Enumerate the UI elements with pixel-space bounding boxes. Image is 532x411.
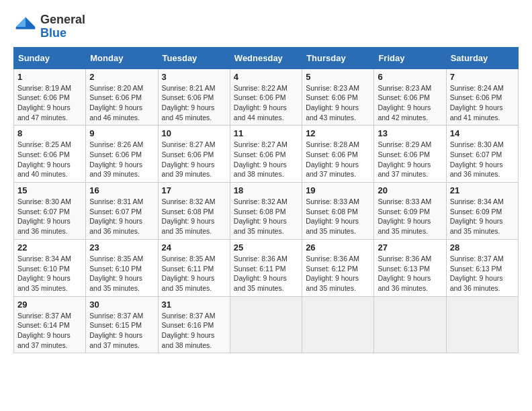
- logo-text: General Blue: [40, 13, 85, 40]
- day-info: Sunrise: 8:37 AMSunset: 6:14 PMDaylight:…: [17, 311, 82, 351]
- calendar-cell: 24Sunrise: 8:35 AMSunset: 6:11 PMDayligh…: [158, 239, 230, 296]
- day-number: 2: [89, 72, 154, 82]
- week-row-1: 1Sunrise: 8:19 AMSunset: 6:06 PMDaylight…: [14, 68, 519, 126]
- page-header: General Blue: [13, 13, 519, 40]
- day-info: Sunrise: 8:33 AMSunset: 6:09 PMDaylight:…: [378, 197, 442, 236]
- weekday-wednesday: Wednesday: [230, 47, 302, 68]
- day-info: Sunrise: 8:36 AMSunset: 6:12 PMDaylight:…: [306, 254, 370, 293]
- calendar-cell: [446, 296, 518, 353]
- day-info: Sunrise: 8:36 AMSunset: 6:13 PMDaylight:…: [378, 254, 442, 293]
- day-info: Sunrise: 8:30 AMSunset: 6:07 PMDaylight:…: [17, 197, 82, 236]
- calendar-cell: 23Sunrise: 8:35 AMSunset: 6:10 PMDayligh…: [86, 239, 158, 296]
- day-info: Sunrise: 8:37 AMSunset: 6:16 PMDaylight:…: [162, 311, 226, 351]
- calendar-cell: 21Sunrise: 8:34 AMSunset: 6:09 PMDayligh…: [446, 183, 518, 240]
- calendar-cell: [302, 296, 374, 353]
- day-info: Sunrise: 8:24 AMSunset: 6:06 PMDaylight:…: [450, 83, 515, 123]
- svg-rect-2: [16, 27, 36, 30]
- day-info: Sunrise: 8:25 AMSunset: 6:06 PMDaylight:…: [17, 140, 82, 179]
- day-number: 26: [306, 242, 370, 253]
- logo-icon: [13, 15, 38, 39]
- calendar-cell: 25Sunrise: 8:36 AMSunset: 6:11 PMDayligh…: [230, 239, 302, 296]
- day-number: 24: [162, 242, 226, 253]
- day-info: Sunrise: 8:31 AMSunset: 6:07 PMDaylight:…: [89, 197, 154, 236]
- calendar-cell: 17Sunrise: 8:32 AMSunset: 6:08 PMDayligh…: [158, 183, 230, 240]
- weekday-tuesday: Tuesday: [158, 47, 230, 68]
- weekday-thursday: Thursday: [302, 47, 374, 68]
- day-info: Sunrise: 8:37 AMSunset: 6:15 PMDaylight:…: [89, 311, 154, 351]
- day-number: 20: [378, 185, 442, 195]
- day-info: Sunrise: 8:36 AMSunset: 6:11 PMDaylight:…: [234, 254, 298, 293]
- week-row-2: 8Sunrise: 8:25 AMSunset: 6:06 PMDaylight…: [14, 126, 519, 183]
- calendar-cell: 14Sunrise: 8:30 AMSunset: 6:07 PMDayligh…: [446, 126, 518, 183]
- calendar-cell: 16Sunrise: 8:31 AMSunset: 6:07 PMDayligh…: [86, 183, 158, 240]
- day-number: 11: [234, 128, 298, 138]
- calendar-cell: 22Sunrise: 8:34 AMSunset: 6:10 PMDayligh…: [14, 239, 86, 296]
- calendar-cell: 1Sunrise: 8:19 AMSunset: 6:06 PMDaylight…: [14, 68, 86, 126]
- calendar-cell: 9Sunrise: 8:26 AMSunset: 6:06 PMDaylight…: [86, 126, 158, 183]
- day-info: Sunrise: 8:23 AMSunset: 6:06 PMDaylight:…: [306, 83, 370, 123]
- day-info: Sunrise: 8:34 AMSunset: 6:10 PMDaylight:…: [17, 254, 82, 293]
- calendar-cell: [374, 296, 446, 353]
- day-number: 7: [450, 72, 515, 82]
- day-number: 18: [234, 185, 298, 195]
- svg-marker-0: [26, 17, 35, 26]
- week-row-3: 15Sunrise: 8:30 AMSunset: 6:07 PMDayligh…: [14, 183, 519, 240]
- day-number: 5: [306, 72, 370, 82]
- day-info: Sunrise: 8:19 AMSunset: 6:06 PMDaylight:…: [17, 83, 82, 123]
- day-info: Sunrise: 8:30 AMSunset: 6:07 PMDaylight:…: [450, 140, 515, 179]
- calendar-cell: 18Sunrise: 8:32 AMSunset: 6:08 PMDayligh…: [230, 183, 302, 240]
- calendar-cell: 20Sunrise: 8:33 AMSunset: 6:09 PMDayligh…: [374, 183, 446, 240]
- day-number: 22: [17, 242, 82, 253]
- svg-marker-1: [16, 17, 26, 26]
- day-number: 17: [162, 185, 226, 195]
- day-number: 21: [450, 185, 515, 195]
- calendar-cell: 29Sunrise: 8:37 AMSunset: 6:14 PMDayligh…: [14, 296, 86, 353]
- logo: General Blue: [13, 13, 85, 40]
- calendar-cell: 15Sunrise: 8:30 AMSunset: 6:07 PMDayligh…: [14, 183, 86, 240]
- calendar-cell: 30Sunrise: 8:37 AMSunset: 6:15 PMDayligh…: [86, 296, 158, 353]
- day-info: Sunrise: 8:33 AMSunset: 6:08 PMDaylight:…: [306, 197, 370, 236]
- calendar-cell: 5Sunrise: 8:23 AMSunset: 6:06 PMDaylight…: [302, 68, 374, 126]
- day-info: Sunrise: 8:21 AMSunset: 6:06 PMDaylight:…: [162, 83, 226, 123]
- day-info: Sunrise: 8:32 AMSunset: 6:08 PMDaylight:…: [162, 197, 226, 236]
- day-info: Sunrise: 8:35 AMSunset: 6:11 PMDaylight:…: [162, 254, 226, 293]
- calendar-cell: 2Sunrise: 8:20 AMSunset: 6:06 PMDaylight…: [86, 68, 158, 126]
- logo-blue: Blue: [40, 27, 85, 40]
- day-number: 12: [306, 128, 370, 138]
- week-row-4: 22Sunrise: 8:34 AMSunset: 6:10 PMDayligh…: [14, 239, 519, 296]
- day-number: 9: [89, 128, 154, 138]
- calendar-cell: 13Sunrise: 8:29 AMSunset: 6:06 PMDayligh…: [374, 126, 446, 183]
- calendar-cell: 10Sunrise: 8:27 AMSunset: 6:06 PMDayligh…: [158, 126, 230, 183]
- week-row-5: 29Sunrise: 8:37 AMSunset: 6:14 PMDayligh…: [14, 296, 519, 353]
- weekday-monday: Monday: [86, 47, 158, 68]
- day-number: 27: [378, 242, 442, 253]
- calendar-cell: 26Sunrise: 8:36 AMSunset: 6:12 PMDayligh…: [302, 239, 374, 296]
- day-number: 25: [234, 242, 298, 253]
- calendar-cell: 31Sunrise: 8:37 AMSunset: 6:16 PMDayligh…: [158, 296, 230, 353]
- day-info: Sunrise: 8:32 AMSunset: 6:08 PMDaylight:…: [234, 197, 298, 236]
- day-number: 19: [306, 185, 370, 195]
- day-number: 30: [89, 300, 154, 310]
- weekday-saturday: Saturday: [446, 47, 518, 68]
- day-info: Sunrise: 8:26 AMSunset: 6:06 PMDaylight:…: [89, 140, 154, 179]
- calendar-cell: 3Sunrise: 8:21 AMSunset: 6:06 PMDaylight…: [158, 68, 230, 126]
- day-number: 10: [162, 128, 226, 138]
- day-info: Sunrise: 8:34 AMSunset: 6:09 PMDaylight:…: [450, 197, 515, 236]
- calendar-cell: 7Sunrise: 8:24 AMSunset: 6:06 PMDaylight…: [446, 68, 518, 126]
- calendar-cell: 4Sunrise: 8:22 AMSunset: 6:06 PMDaylight…: [230, 68, 302, 126]
- day-info: Sunrise: 8:37 AMSunset: 6:13 PMDaylight:…: [450, 254, 515, 293]
- day-info: Sunrise: 8:27 AMSunset: 6:06 PMDaylight:…: [162, 140, 226, 179]
- weekday-friday: Friday: [374, 47, 446, 68]
- weekday-sunday: Sunday: [14, 47, 86, 68]
- day-number: 28: [450, 242, 515, 253]
- day-number: 23: [89, 242, 154, 253]
- day-number: 6: [378, 72, 442, 82]
- day-number: 8: [17, 128, 82, 138]
- calendar-cell: 11Sunrise: 8:27 AMSunset: 6:06 PMDayligh…: [230, 126, 302, 183]
- day-number: 4: [234, 72, 298, 82]
- day-info: Sunrise: 8:23 AMSunset: 6:06 PMDaylight:…: [378, 83, 442, 123]
- calendar-cell: [230, 296, 302, 353]
- day-info: Sunrise: 8:29 AMSunset: 6:06 PMDaylight:…: [378, 140, 442, 179]
- day-number: 16: [89, 185, 154, 195]
- calendar-cell: 6Sunrise: 8:23 AMSunset: 6:06 PMDaylight…: [374, 68, 446, 126]
